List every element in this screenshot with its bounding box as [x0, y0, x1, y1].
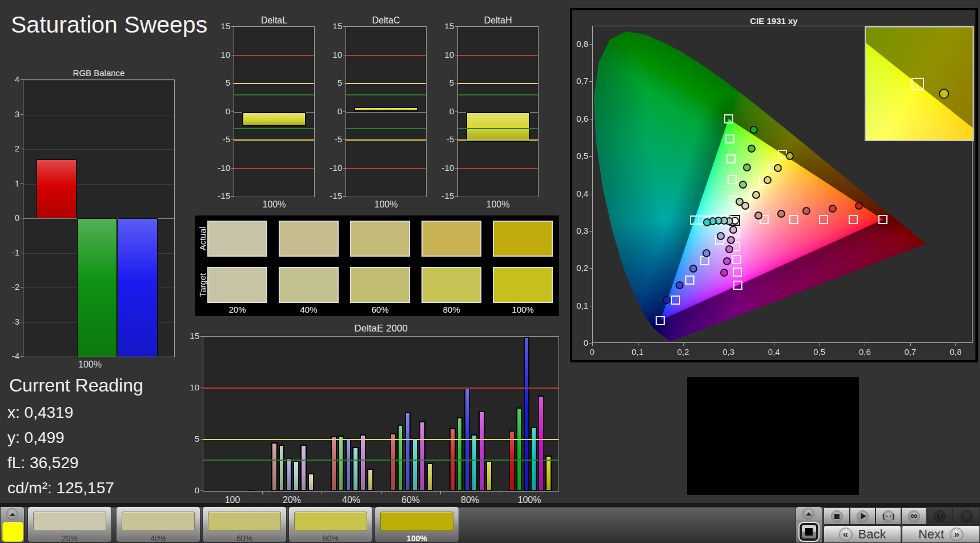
cie-target-square-red — [878, 215, 887, 224]
tick-mark — [200, 490, 203, 491]
record-button[interactable] — [953, 508, 980, 525]
deltae-bar-20%-yellow — [308, 473, 314, 491]
pattern-button-100%[interactable]: 100% — [375, 506, 459, 542]
target-swatch-100% — [493, 267, 553, 303]
pattern-swatch-100% — [380, 512, 453, 531]
y-tick-label: 15 — [436, 21, 454, 31]
col-label: 80% — [421, 305, 481, 314]
ref-line — [234, 94, 314, 95]
tick-mark — [343, 139, 346, 140]
y-tick-label: 3 — [3, 109, 19, 119]
cie-inset-measured-circle — [939, 89, 949, 99]
cie-measured-circle-yellow — [774, 164, 782, 172]
deltae-bar-60%-magenta — [419, 421, 425, 491]
deltae-bar-20%-green — [279, 445, 285, 491]
ref-line — [458, 83, 538, 84]
tick-mark — [200, 388, 203, 388]
pattern-button-label: 80% — [289, 534, 372, 543]
tick-mark — [455, 139, 457, 140]
deltae-bar-40%-blue — [346, 438, 352, 491]
tick-mark — [455, 168, 457, 169]
cie-measured-circle-blue — [702, 249, 710, 257]
y-tick-label: 5 — [436, 78, 454, 87]
rgb-balance-plot — [23, 79, 175, 357]
pattern-window-button[interactable] — [800, 523, 818, 541]
y-tick-label: 0 — [324, 106, 342, 116]
pattern-range-button[interactable]: [··] — [875, 508, 901, 525]
preview-window — [687, 377, 859, 495]
play-glyph — [861, 513, 866, 520]
refresh-button[interactable]: ↻ — [927, 508, 953, 525]
pattern-swatch-40% — [122, 512, 195, 531]
y-tick-label: 5 — [186, 434, 199, 444]
back-button[interactable]: «Back — [824, 525, 901, 543]
target-swatch-20% — [207, 267, 267, 303]
chevron-up-icon — [10, 513, 15, 516]
y-tick-label: 2 — [3, 143, 19, 153]
deltae-bar-20%-magenta — [300, 445, 307, 491]
next-button[interactable]: Next» — [902, 525, 980, 543]
cie-x-tick-label: 0,6 — [853, 347, 876, 357]
x-tick-mark — [592, 343, 593, 346]
cie-inset-zoom — [865, 26, 974, 141]
deltaC-bar — [354, 107, 418, 112]
pattern-toolbar: 20%40%60%80%100%[··]∞↻«BackNext» — [0, 503, 980, 543]
pattern-button-60%[interactable]: 60% — [202, 506, 287, 542]
pattern-button-80%[interactable]: 80% — [288, 506, 373, 542]
x-tick-mark — [638, 343, 638, 346]
grid-line — [23, 80, 174, 81]
ref-line — [346, 94, 426, 95]
cie-target-square-green — [728, 175, 737, 184]
x-tick-mark — [322, 492, 322, 494]
grid-line — [23, 149, 174, 150]
row-label-target: Target — [198, 272, 207, 297]
deltae-bar-100%-green — [516, 408, 523, 491]
tick-mark — [21, 183, 23, 184]
y-tick-label: -10 — [324, 163, 342, 173]
stop-glyph — [834, 514, 840, 519]
tick-mark — [231, 139, 234, 140]
collapse-up-button[interactable] — [802, 508, 814, 520]
pattern-button-20%[interactable]: 20% — [27, 506, 112, 542]
y-tick-label: -1 — [3, 247, 19, 257]
deltae-bar-40%-yellow — [367, 469, 373, 491]
deltaH-bar — [466, 112, 530, 142]
chevron-up-icon — [806, 512, 812, 516]
chevron-double-left-icon: « — [839, 528, 853, 541]
ref-line — [346, 55, 426, 56]
cie-target-square-blue — [700, 256, 709, 265]
current-pattern-swatch — [2, 522, 23, 542]
cie-y-tick-label: 0,8 — [571, 39, 588, 49]
actual-swatch-20% — [207, 221, 267, 257]
deltae-bar-80%-yellow — [486, 461, 492, 491]
cie-measured-circle-cyan — [703, 218, 711, 226]
ref-line — [346, 168, 426, 169]
y-tick-label: 15 — [212, 21, 230, 31]
record-icon — [961, 510, 973, 522]
y-tick-label: 10 — [436, 50, 454, 59]
ref-line — [234, 128, 314, 129]
x-tick-mark — [774, 343, 774, 346]
y-tick-label: 10 — [212, 50, 230, 59]
y-tick-mark — [589, 343, 592, 344]
rgb-bar-green — [77, 218, 117, 357]
refresh-glyph: ↻ — [936, 512, 943, 521]
stop-button[interactable] — [824, 508, 850, 525]
cie-measured-circle-red — [754, 211, 762, 219]
cie-x-tick-label: 0,2 — [672, 347, 694, 357]
deltae-bar-40%-green — [338, 436, 344, 491]
collapse-up-button[interactable] — [6, 508, 18, 520]
divider — [796, 521, 822, 521]
cie-x-tick-label: 0,7 — [899, 347, 922, 357]
y-tick-label: 5 — [212, 78, 230, 87]
cie-target-square-green — [725, 134, 734, 143]
loop-button[interactable]: ∞ — [901, 508, 927, 525]
y-tick-label: 0 — [186, 485, 199, 495]
zero-axis-line — [346, 112, 426, 113]
pattern-window-panel — [796, 506, 822, 543]
play-button[interactable] — [850, 508, 875, 525]
tick-mark — [21, 322, 23, 322]
page-title: Saturation Sweeps — [11, 11, 207, 38]
pattern-button-40%[interactable]: 40% — [116, 506, 200, 542]
tick-mark — [200, 439, 203, 440]
